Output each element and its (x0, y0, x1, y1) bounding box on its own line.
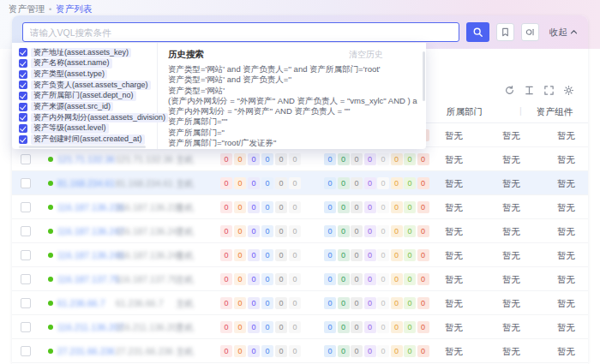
table-row[interactable]: 116.187.136.247116.187.136.247主机00000000… (12, 219, 588, 243)
count-badge: 0 (351, 153, 363, 165)
table-row[interactable]: 116.187.137.75116.187.137.75主机0000000000… (12, 267, 588, 291)
chevron-up-icon (570, 29, 578, 35)
table-row[interactable]: 116.211.136.207116.211.136.207主机00000000… (12, 315, 588, 339)
header-dept[interactable]: 所属部门 (447, 106, 483, 118)
field-item[interactable]: 资产地址(asset.assets_key) (19, 47, 152, 58)
history-item[interactable]: (资产内外网划分 = "外网资产" AND 资产负责人 = "vms_xylc"… (168, 96, 417, 106)
empty-value: 暂无 (502, 250, 520, 262)
checkbox-checked-icon[interactable] (19, 124, 27, 133)
count-badge: 0 (351, 177, 363, 189)
row-checkbox[interactable] (21, 298, 31, 308)
table-row[interactable]: 116.187.136.246116.187.136.246主机00000000… (12, 243, 588, 267)
field-item[interactable]: 资产类型(asset.type) (19, 69, 152, 80)
asset-address-link[interactable]: 116.187.136.236 (57, 202, 124, 212)
clear-history-link[interactable]: 清空历史 (349, 49, 383, 61)
row-checkbox[interactable] (21, 322, 31, 332)
asset-address-link[interactable]: 61.236.66.7 (57, 298, 105, 308)
input-mode-toggle-button[interactable] (521, 23, 539, 41)
row-checkbox[interactable] (21, 274, 31, 284)
breadcrumb-parent[interactable]: 资产管理 (9, 3, 45, 15)
history-item[interactable]: 资产所属部门="root/广发证券" (168, 138, 417, 148)
field-item[interactable]: 资产所属部门(asset.dept_no) (19, 91, 152, 102)
field-item[interactable]: 资产等级(asset.level) (19, 123, 152, 134)
field-item[interactable]: 资产来源(asset.src_id) (19, 101, 152, 112)
asset-address-link[interactable]: 81.168.234.61 (57, 178, 115, 188)
row-checkbox[interactable] (21, 178, 31, 188)
field-item[interactable]: 资产内外网划分(asset.assets_division) (19, 112, 152, 123)
asset-ip: 27.231.66.236 (116, 346, 173, 356)
horizontal-scrollbar[interactable] (19, 146, 146, 148)
count-badge: 0 (220, 273, 232, 285)
count-badge: 0 (248, 345, 260, 357)
badge-group-group1: 000000 (220, 153, 301, 165)
count-badge: 0 (338, 201, 350, 213)
row-density-icon[interactable] (523, 84, 535, 96)
collapse-label: 收起 (549, 27, 567, 39)
collapse-toggle[interactable]: 收起 (549, 27, 578, 39)
history-item[interactable]: 资产类型='网站' and 资产负责人='' and 资产所属部门='root' (168, 64, 417, 75)
count-badge: 0 (377, 273, 389, 285)
row-checkbox[interactable] (21, 346, 31, 356)
count-badge: 0 (404, 225, 416, 237)
row-checkbox[interactable] (21, 226, 31, 236)
empty-value: 暂无 (557, 202, 575, 214)
save-search-button[interactable] (496, 23, 514, 41)
count-badge: 0 (324, 345, 336, 357)
checkbox-checked-icon[interactable] (19, 103, 27, 111)
checkbox-checked-icon[interactable] (19, 48, 27, 57)
table-row[interactable]: 61.236.66.761.236.66.7主机00000000000000暂无… (12, 291, 588, 315)
status-dot-icon (48, 157, 53, 162)
history-item[interactable]: 资产类型='网站' (168, 86, 417, 96)
badge-group-group1: 000000 (220, 177, 301, 189)
asset-address-link[interactable]: 116.211.136.207 (57, 322, 123, 332)
asset-address-link[interactable]: 116.187.137.75 (57, 274, 119, 284)
history-item[interactable]: 资产内外网划分 = "外网资产" AND 资产负责人 = "" (168, 106, 417, 116)
history-item[interactable]: 资产类型='网站' and 资产负责人='' (168, 75, 417, 85)
checkbox-checked-icon[interactable] (19, 92, 27, 100)
asset-address-link[interactable]: 116.187.136.247 (57, 226, 124, 236)
table-row[interactable]: 121.71.132.36121.71.132.36主机000000000000… (12, 147, 588, 171)
count-badge: 0 (404, 345, 416, 357)
field-item[interactable]: 资产创建时间(asset.created_at) (19, 134, 152, 146)
empty-value: 暂无 (445, 154, 463, 166)
vertical-scrollbar[interactable] (423, 51, 425, 101)
table-row[interactable]: 81.168.234.6181.168.234.61主机000000000000… (12, 171, 588, 195)
empty-value: 暂无 (445, 202, 463, 214)
asset-address-link[interactable]: 27.231.66.236 (57, 346, 115, 356)
header-component[interactable]: 资产组件 (537, 106, 573, 118)
checkbox-checked-icon[interactable] (19, 113, 27, 122)
fullscreen-icon[interactable] (543, 84, 555, 96)
asset-address-link[interactable]: 121.71.132.36 (57, 154, 115, 164)
row-checkbox[interactable] (21, 250, 31, 260)
history-item[interactable]: 资产所属部门=" (168, 128, 417, 138)
history-item[interactable]: 资产所属部门="" (168, 116, 417, 127)
vql-search-input[interactable] (30, 27, 452, 38)
count-badge: 0 (377, 225, 389, 237)
field-item-label: 资产类型(asset.type) (31, 69, 107, 80)
history-panel: 历史搜索 清空历史 资产类型='网站' and 资产负责人='' and 资产所… (158, 43, 426, 149)
empty-value: 暂无 (557, 178, 575, 190)
asset-ip: 116.187.136.236 (116, 202, 183, 212)
count-badge: 0 (377, 321, 389, 333)
table-row[interactable]: 116.187.136.236116.187.136.236主机00000000… (12, 195, 588, 219)
count-badge: 0 (338, 297, 350, 309)
badge-group-group1: 000000 (220, 345, 301, 357)
checkbox-checked-icon[interactable] (19, 59, 27, 68)
field-item[interactable]: 资产名称(asset.name) (19, 58, 152, 69)
empty-value: 暂无 (502, 178, 520, 190)
checkbox-checked-icon[interactable] (19, 135, 27, 144)
row-checkbox[interactable] (21, 154, 31, 164)
field-item[interactable]: 资产负责人(asset.assets_charge) (19, 80, 152, 91)
refresh-icon[interactable] (503, 84, 515, 96)
checkbox-checked-icon[interactable] (19, 70, 27, 79)
asset-address-link[interactable]: 116.187.136.246 (57, 250, 124, 260)
search-button[interactable] (466, 22, 489, 42)
count-badge: 0 (248, 177, 260, 189)
empty-value: 暂无 (502, 154, 520, 166)
checkbox-checked-icon[interactable] (19, 81, 27, 89)
gear-icon[interactable] (562, 84, 574, 96)
row-checkbox[interactable] (21, 202, 31, 212)
badge-group-group1: 000000 (220, 249, 301, 261)
table-row[interactable]: 27.231.66.23627.231.66.236主机000000000000… (12, 339, 588, 363)
count-badge: 0 (275, 273, 287, 285)
